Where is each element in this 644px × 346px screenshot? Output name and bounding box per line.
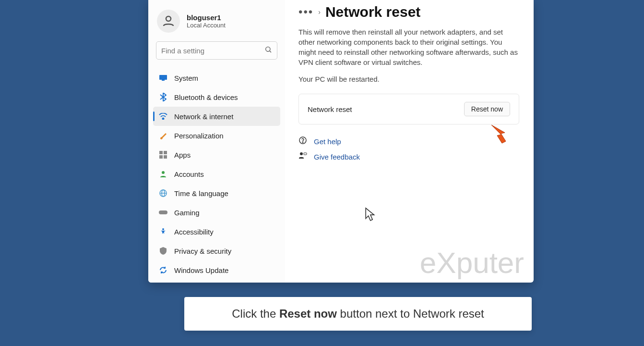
sidebar-item-gaming[interactable]: Gaming <box>153 203 280 222</box>
get-help-row[interactable]: Get help <box>298 136 520 147</box>
watermark: eXputer <box>420 246 524 280</box>
sidebar-item-label: Accessibility <box>174 228 214 236</box>
instruction-caption: Click the Reset now button next to Netwo… <box>184 297 532 331</box>
caption-bold: Reset now <box>279 307 337 320</box>
user-name: bloguser1 <box>187 13 226 22</box>
sidebar-item-label: Accounts <box>174 170 204 178</box>
avatar <box>157 10 180 33</box>
breadcrumb: ••• › Network reset <box>298 4 520 20</box>
sidebar-item-accounts[interactable]: Accounts <box>153 164 280 184</box>
page-description: This will remove then reinstall all your… <box>298 27 519 67</box>
get-help-link[interactable]: Get help <box>314 137 341 146</box>
sidebar-item-label: System <box>174 74 198 82</box>
reset-now-button[interactable]: Reset now <box>464 102 510 116</box>
sidebar-item-label: Privacy & security <box>174 247 231 255</box>
sidebar-item-privacy[interactable]: Privacy & security <box>153 241 280 260</box>
svg-line-2 <box>270 51 271 52</box>
system-icon <box>159 74 167 82</box>
sidebar-item-personalization[interactable]: Personalization <box>153 126 280 145</box>
svg-point-10 <box>162 171 165 174</box>
sidebar-item-label: Windows Update <box>174 266 228 274</box>
sidebar-item-bluetooth[interactable]: Bluetooth & devices <box>153 87 280 107</box>
page-title: Network reset <box>325 4 420 20</box>
chevron-right-icon: › <box>318 8 321 16</box>
card-label: Network reset <box>308 105 352 113</box>
bluetooth-icon <box>159 93 167 101</box>
svg-point-1 <box>266 47 270 51</box>
sidebar-item-apps[interactable]: Apps <box>153 145 280 164</box>
page-subdesc: Your PC will be restarted. <box>298 75 520 83</box>
svg-point-18 <box>300 152 303 155</box>
svg-rect-6 <box>159 151 163 154</box>
sidebar: bloguser1 Local Account System Bluetooth… <box>148 0 285 283</box>
breadcrumb-more-icon[interactable]: ••• <box>298 6 313 18</box>
svg-point-15 <box>162 228 164 230</box>
sidebar-item-accessibility[interactable]: Accessibility <box>153 222 280 241</box>
sidebar-item-system[interactable]: System <box>153 68 280 87</box>
sidebar-item-label: Bluetooth & devices <box>174 93 238 101</box>
sidebar-item-label: Apps <box>174 151 191 159</box>
sidebar-item-label: Network & internet <box>174 112 233 121</box>
sidebar-item-time[interactable]: Time & language <box>153 184 280 203</box>
svg-point-17 <box>302 142 303 142</box>
update-icon <box>159 266 167 274</box>
search-input-wrap[interactable] <box>156 41 277 60</box>
settings-window: bloguser1 Local Account System Bluetooth… <box>148 0 534 283</box>
give-feedback-row[interactable]: Give feedback <box>298 151 520 162</box>
gaming-icon <box>159 208 167 217</box>
globe-icon <box>159 189 167 198</box>
sidebar-item-update[interactable]: Windows Update <box>153 260 280 280</box>
svg-point-0 <box>166 16 171 21</box>
sidebar-item-network[interactable]: Network & internet <box>153 107 280 126</box>
search-input[interactable] <box>161 47 264 55</box>
user-block[interactable]: bloguser1 Local Account <box>148 7 285 41</box>
wifi-icon <box>159 112 167 121</box>
svg-rect-4 <box>162 80 165 81</box>
brush-icon <box>159 131 167 140</box>
sidebar-item-label: Personalization <box>174 132 224 140</box>
caption-pre: Click the <box>232 307 279 320</box>
accounts-icon <box>159 170 167 178</box>
svg-rect-14 <box>159 210 167 214</box>
svg-rect-3 <box>159 75 167 80</box>
sidebar-item-label: Gaming <box>174 209 200 217</box>
sidebar-item-label: Time & language <box>174 189 228 198</box>
svg-point-5 <box>163 118 164 120</box>
network-reset-card: Network reset Reset now <box>298 94 519 124</box>
content-pane: ••• › Network reset This will remove the… <box>285 0 534 283</box>
apps-icon <box>159 150 167 159</box>
svg-rect-7 <box>164 151 167 154</box>
svg-rect-8 <box>159 155 163 159</box>
accessibility-icon <box>159 227 167 236</box>
support-links: Get help Give feedback <box>298 136 520 162</box>
search-icon <box>264 46 272 55</box>
user-subtitle: Local Account <box>187 22 226 29</box>
shield-icon <box>159 247 167 255</box>
nav-list: System Bluetooth & devices Network & int… <box>148 66 285 280</box>
help-icon <box>298 136 307 147</box>
give-feedback-link[interactable]: Give feedback <box>314 153 360 161</box>
caption-post: button next to Network reset <box>337 307 484 320</box>
svg-rect-9 <box>164 155 167 159</box>
svg-rect-19 <box>304 153 307 155</box>
feedback-icon <box>298 151 307 162</box>
